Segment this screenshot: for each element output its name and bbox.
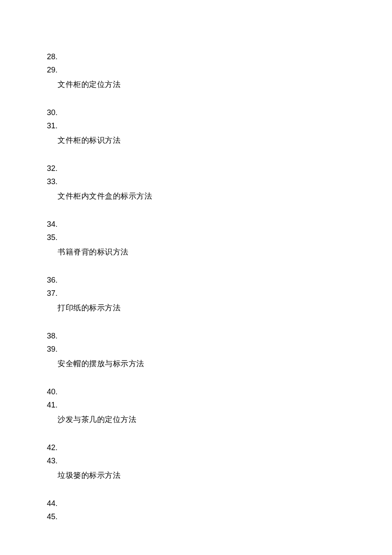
list-number: 35.: [47, 231, 345, 244]
list-number: 32.: [47, 162, 345, 175]
list-section: 44. 45.: [47, 497, 345, 523]
list-description: 文件柜内文件盒的标示方法: [47, 190, 345, 203]
list-section: 30. 31. 文件柜的标识方法: [47, 106, 345, 147]
list-section: 36. 37. 打印纸的标示方法: [47, 274, 345, 315]
list-section: 38. 39. 安全帽的摆放与标示方法: [47, 330, 345, 370]
list-number: 38.: [47, 330, 345, 343]
list-description: 沙发与茶几的定位方法: [47, 413, 345, 426]
list-description: 文件柜的定位方法: [47, 78, 345, 91]
list-description: 安全帽的摆放与标示方法: [47, 357, 345, 370]
list-number: 40.: [47, 385, 345, 399]
list-number: 41.: [47, 399, 345, 412]
list-number: 42.: [47, 441, 345, 454]
list-description: 书籍脊背的标识方法: [47, 246, 345, 259]
list-section: 40. 41. 沙发与茶几的定位方法: [47, 385, 345, 426]
list-number: 34.: [47, 218, 345, 231]
list-number: 39.: [47, 343, 345, 356]
list-number: 37.: [47, 287, 345, 300]
list-section: 28. 29. 文件柜的定位方法: [47, 50, 345, 91]
list-number: 31.: [47, 119, 345, 133]
list-section: 42. 43. 垃圾篓的标示方法: [47, 441, 345, 482]
list-number: 43.: [47, 454, 345, 468]
list-section: 32. 33. 文件柜内文件盒的标示方法: [47, 162, 345, 203]
list-description: 垃圾篓的标示方法: [47, 469, 345, 482]
list-section: 34. 35. 书籍脊背的标识方法: [47, 218, 345, 259]
list-description: 文件柜的标识方法: [47, 134, 345, 147]
list-number: 33.: [47, 175, 345, 188]
list-number: 30.: [47, 106, 345, 119]
list-number: 29.: [47, 64, 345, 77]
document-content: 28. 29. 文件柜的定位方法 30. 31. 文件柜的标识方法 32. 33…: [47, 50, 345, 523]
list-number: 45.: [47, 510, 345, 523]
list-number: 44.: [47, 497, 345, 510]
list-description: 打印纸的标示方法: [47, 301, 345, 315]
list-number: 36.: [47, 274, 345, 287]
list-number: 28.: [47, 50, 345, 64]
